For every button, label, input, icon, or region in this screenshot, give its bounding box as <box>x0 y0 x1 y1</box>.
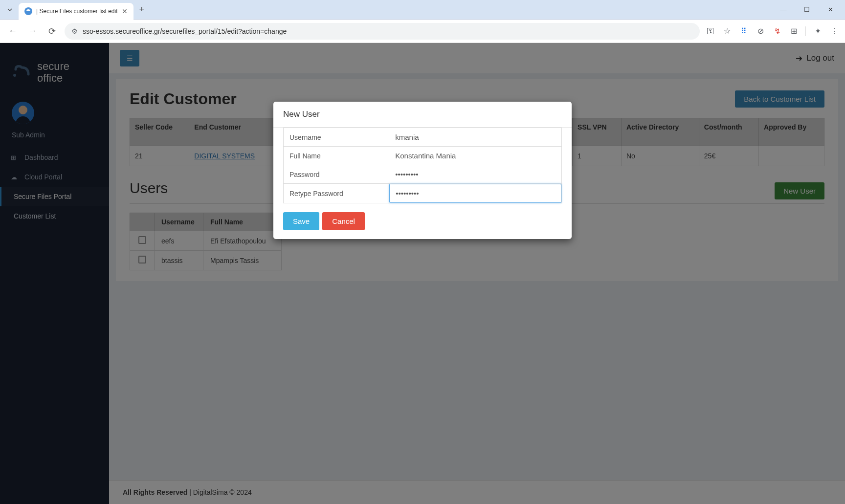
window-maximize-icon[interactable]: ☐ <box>800 6 814 13</box>
browser-tab-bar: | Secure Files customer list edit ✕ + — … <box>0 0 845 20</box>
password-label: Password <box>284 165 389 184</box>
modal-title: New User <box>273 102 572 128</box>
fullname-label: Full Name <box>284 147 389 165</box>
translate-icon[interactable]: ⠿ <box>739 26 749 36</box>
username-input[interactable] <box>389 128 561 146</box>
new-user-modal: New User Username Full Name Password Ret… <box>273 102 572 239</box>
nav-back-icon[interactable]: ← <box>6 24 20 38</box>
window-minimize-icon[interactable]: — <box>777 6 790 13</box>
url-text: sso-essos.secureoffice.gr/securefiles_po… <box>83 27 287 35</box>
chrome-menu-icon[interactable]: ⋮ <box>829 26 839 36</box>
browser-tab[interactable]: | Secure Files customer list edit ✕ <box>19 3 133 20</box>
extension-icon-3[interactable]: ✦ <box>813 26 823 36</box>
tab-favicon-icon <box>24 7 32 15</box>
retype-password-label: Retype Password <box>284 184 389 203</box>
new-tab-button[interactable]: + <box>139 4 145 15</box>
nav-reload-icon[interactable]: ⟳ <box>45 24 59 38</box>
tab-search-dropdown[interactable] <box>4 4 16 16</box>
extension-icon-2[interactable]: ↯ <box>772 26 782 36</box>
retype-password-input[interactable] <box>389 184 561 203</box>
username-label: Username <box>284 128 389 147</box>
tab-title: | Secure Files customer list edit <box>36 8 118 15</box>
nav-forward-icon[interactable]: → <box>25 24 39 38</box>
bookmark-star-icon[interactable]: ☆ <box>722 26 732 36</box>
extension-icon-1[interactable]: ⊘ <box>756 26 765 36</box>
window-close-icon[interactable]: ✕ <box>823 6 837 13</box>
save-button[interactable]: Save <box>283 212 319 230</box>
fullname-input[interactable] <box>389 147 561 165</box>
cancel-button[interactable]: Cancel <box>322 212 365 230</box>
extensions-puzzle-icon[interactable]: ⊞ <box>789 26 799 36</box>
close-tab-icon[interactable]: ✕ <box>122 7 128 15</box>
address-bar[interactable]: ⚙ sso-essos.secureoffice.gr/securefiles_… <box>65 23 700 40</box>
site-settings-icon[interactable]: ⚙ <box>71 27 78 35</box>
password-input[interactable] <box>389 165 561 183</box>
password-key-icon[interactable]: ⚿ <box>706 26 715 36</box>
browser-toolbar: ← → ⟳ ⚙ sso-essos.secureoffice.gr/secure… <box>0 20 845 43</box>
